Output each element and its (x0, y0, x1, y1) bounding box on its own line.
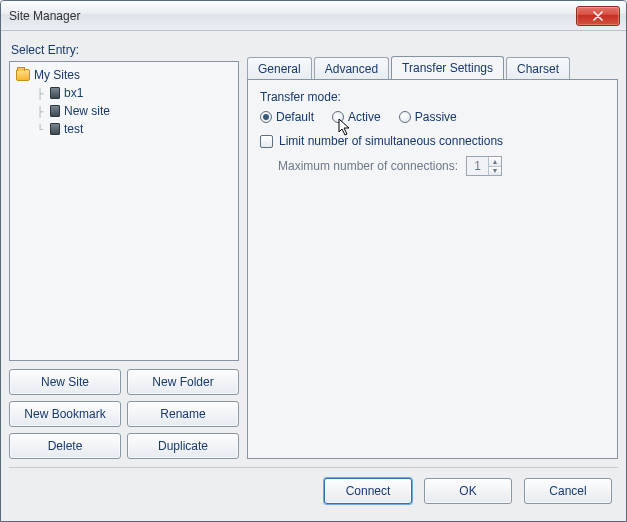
max-connections-row: Maximum number of connections: 1 ▲ ▼ (278, 156, 605, 176)
window-title: Site Manager (9, 9, 576, 23)
close-button[interactable] (576, 6, 620, 26)
radio-dot-icon (332, 111, 344, 123)
folder-icon (16, 69, 30, 81)
site-manager-window: Site Manager Select Entry: My Sites ├ (0, 0, 627, 522)
tabstrip: General Advanced Transfer Settings Chars… (247, 53, 618, 79)
right-column: General Advanced Transfer Settings Chars… (247, 39, 618, 459)
tab-transfer-settings[interactable]: Transfer Settings (391, 56, 504, 79)
tree-root-label: My Sites (34, 68, 80, 82)
site-icon (50, 123, 60, 135)
new-folder-button[interactable]: New Folder (127, 369, 239, 395)
new-bookmark-button[interactable]: New Bookmark (9, 401, 121, 427)
tab-advanced[interactable]: Advanced (314, 57, 389, 80)
connect-button[interactable]: Connect (324, 478, 412, 504)
new-site-button[interactable]: New Site (9, 369, 121, 395)
site-tree[interactable]: My Sites ├ bx1 ├ New site └ (9, 61, 239, 361)
duplicate-button[interactable]: Duplicate (127, 433, 239, 459)
tree-item-label: test (64, 122, 83, 136)
cancel-button[interactable]: Cancel (524, 478, 612, 504)
radio-passive[interactable]: Passive (399, 110, 457, 124)
site-action-buttons: New Site New Folder New Bookmark Rename … (9, 369, 239, 459)
site-icon (50, 105, 60, 117)
limit-connections-checkbox[interactable]: Limit number of simultaneous connections (260, 134, 605, 148)
checkbox-icon (260, 135, 273, 148)
spinner-up-button[interactable]: ▲ (489, 157, 501, 167)
tree-branch-icon: ├ (34, 106, 46, 117)
dialog-action-row: Connect OK Cancel (9, 467, 618, 513)
rename-button[interactable]: Rename (127, 401, 239, 427)
transfer-mode-label: Transfer mode: (260, 90, 605, 104)
window-body: Select Entry: My Sites ├ bx1 ├ New s (1, 31, 626, 521)
tab-charset[interactable]: Charset (506, 57, 570, 80)
tree-item-label: bx1 (64, 86, 83, 100)
spinner-arrows: ▲ ▼ (489, 157, 501, 175)
titlebar: Site Manager (1, 1, 626, 31)
tree-item[interactable]: ├ New site (12, 102, 236, 120)
select-entry-label: Select Entry: (11, 43, 239, 57)
transfer-settings-panel: Transfer mode: Default Active Passiv (247, 79, 618, 459)
tree-item[interactable]: └ test (12, 120, 236, 138)
radio-active[interactable]: Active (332, 110, 381, 124)
max-connections-spinner[interactable]: 1 ▲ ▼ (466, 156, 502, 176)
ok-button[interactable]: OK (424, 478, 512, 504)
radio-dot-icon (260, 111, 272, 123)
tree-root-my-sites[interactable]: My Sites (12, 66, 236, 84)
radio-passive-label: Passive (415, 110, 457, 124)
tree-branch-icon: ├ (34, 88, 46, 99)
tab-general[interactable]: General (247, 57, 312, 80)
max-connections-value[interactable]: 1 (467, 157, 489, 175)
max-connections-label: Maximum number of connections: (278, 159, 458, 173)
radio-default[interactable]: Default (260, 110, 314, 124)
delete-button[interactable]: Delete (9, 433, 121, 459)
limit-connections-label: Limit number of simultaneous connections (279, 134, 503, 148)
close-icon (593, 11, 603, 21)
tree-branch-icon: └ (34, 124, 46, 135)
radio-active-label: Active (348, 110, 381, 124)
radio-dot-icon (399, 111, 411, 123)
spinner-down-button[interactable]: ▼ (489, 167, 501, 176)
transfer-mode-radios: Default Active Passive (260, 110, 605, 124)
left-column: Select Entry: My Sites ├ bx1 ├ New s (9, 39, 239, 459)
upper-area: Select Entry: My Sites ├ bx1 ├ New s (9, 39, 618, 459)
site-icon (50, 87, 60, 99)
radio-default-label: Default (276, 110, 314, 124)
tree-item-label: New site (64, 104, 110, 118)
tree-item[interactable]: ├ bx1 (12, 84, 236, 102)
